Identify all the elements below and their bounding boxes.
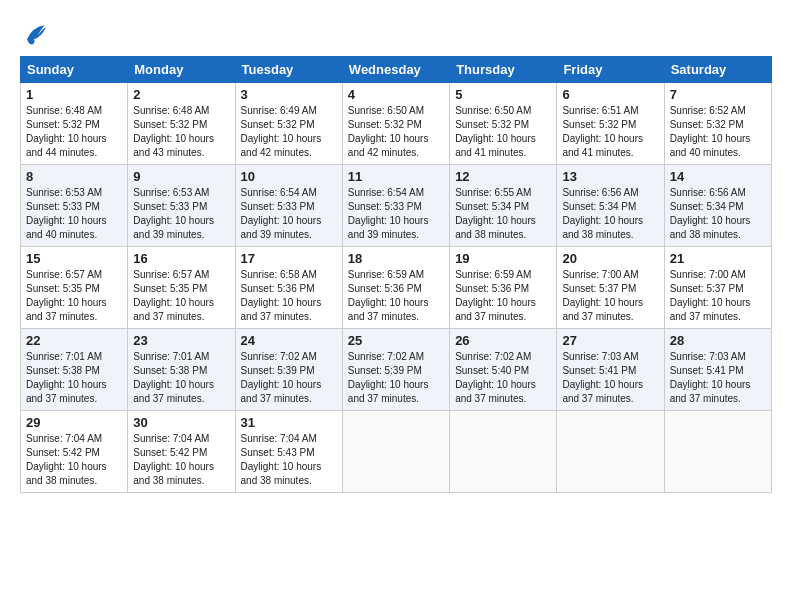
calendar-cell: 31Sunrise: 7:04 AMSunset: 5:43 PMDayligh… [235, 411, 342, 493]
day-number: 9 [133, 169, 229, 184]
weekday-header-row: SundayMondayTuesdayWednesdayThursdayFrid… [21, 57, 772, 83]
day-info: Sunrise: 7:02 AMSunset: 5:39 PMDaylight:… [348, 350, 444, 406]
day-number: 17 [241, 251, 337, 266]
day-number: 20 [562, 251, 658, 266]
day-number: 25 [348, 333, 444, 348]
day-number: 11 [348, 169, 444, 184]
day-info: Sunrise: 6:58 AMSunset: 5:36 PMDaylight:… [241, 268, 337, 324]
day-number: 12 [455, 169, 551, 184]
calendar-cell: 28Sunrise: 7:03 AMSunset: 5:41 PMDayligh… [664, 329, 771, 411]
day-number: 22 [26, 333, 122, 348]
day-number: 27 [562, 333, 658, 348]
day-info: Sunrise: 7:04 AMSunset: 5:43 PMDaylight:… [241, 432, 337, 488]
day-info: Sunrise: 6:56 AMSunset: 5:34 PMDaylight:… [670, 186, 766, 242]
calendar-cell: 11Sunrise: 6:54 AMSunset: 5:33 PMDayligh… [342, 165, 449, 247]
day-number: 1 [26, 87, 122, 102]
calendar-cell: 18Sunrise: 6:59 AMSunset: 5:36 PMDayligh… [342, 247, 449, 329]
day-info: Sunrise: 7:03 AMSunset: 5:41 PMDaylight:… [562, 350, 658, 406]
day-number: 15 [26, 251, 122, 266]
day-number: 13 [562, 169, 658, 184]
calendar-cell: 15Sunrise: 6:57 AMSunset: 5:35 PMDayligh… [21, 247, 128, 329]
day-info: Sunrise: 7:02 AMSunset: 5:40 PMDaylight:… [455, 350, 551, 406]
calendar-cell: 23Sunrise: 7:01 AMSunset: 5:38 PMDayligh… [128, 329, 235, 411]
day-info: Sunrise: 6:54 AMSunset: 5:33 PMDaylight:… [348, 186, 444, 242]
calendar-cell: 10Sunrise: 6:54 AMSunset: 5:33 PMDayligh… [235, 165, 342, 247]
calendar-week-row: 22Sunrise: 7:01 AMSunset: 5:38 PMDayligh… [21, 329, 772, 411]
calendar-cell [450, 411, 557, 493]
calendar-cell: 20Sunrise: 7:00 AMSunset: 5:37 PMDayligh… [557, 247, 664, 329]
calendar-cell: 12Sunrise: 6:55 AMSunset: 5:34 PMDayligh… [450, 165, 557, 247]
calendar-cell: 26Sunrise: 7:02 AMSunset: 5:40 PMDayligh… [450, 329, 557, 411]
weekday-header-tuesday: Tuesday [235, 57, 342, 83]
day-number: 26 [455, 333, 551, 348]
calendar-cell [342, 411, 449, 493]
day-number: 6 [562, 87, 658, 102]
calendar-cell: 8Sunrise: 6:53 AMSunset: 5:33 PMDaylight… [21, 165, 128, 247]
day-info: Sunrise: 6:48 AMSunset: 5:32 PMDaylight:… [133, 104, 229, 160]
calendar-cell: 22Sunrise: 7:01 AMSunset: 5:38 PMDayligh… [21, 329, 128, 411]
day-number: 7 [670, 87, 766, 102]
calendar-cell: 27Sunrise: 7:03 AMSunset: 5:41 PMDayligh… [557, 329, 664, 411]
calendar-cell: 4Sunrise: 6:50 AMSunset: 5:32 PMDaylight… [342, 83, 449, 165]
calendar-cell [557, 411, 664, 493]
calendar-cell: 1Sunrise: 6:48 AMSunset: 5:32 PMDaylight… [21, 83, 128, 165]
page-header [20, 20, 772, 48]
calendar-week-row: 29Sunrise: 7:04 AMSunset: 5:42 PMDayligh… [21, 411, 772, 493]
day-info: Sunrise: 6:56 AMSunset: 5:34 PMDaylight:… [562, 186, 658, 242]
day-info: Sunrise: 6:52 AMSunset: 5:32 PMDaylight:… [670, 104, 766, 160]
day-info: Sunrise: 6:59 AMSunset: 5:36 PMDaylight:… [348, 268, 444, 324]
day-info: Sunrise: 7:00 AMSunset: 5:37 PMDaylight:… [562, 268, 658, 324]
calendar-week-row: 15Sunrise: 6:57 AMSunset: 5:35 PMDayligh… [21, 247, 772, 329]
day-info: Sunrise: 6:54 AMSunset: 5:33 PMDaylight:… [241, 186, 337, 242]
day-info: Sunrise: 6:53 AMSunset: 5:33 PMDaylight:… [26, 186, 122, 242]
day-info: Sunrise: 6:48 AMSunset: 5:32 PMDaylight:… [26, 104, 122, 160]
calendar-cell: 13Sunrise: 6:56 AMSunset: 5:34 PMDayligh… [557, 165, 664, 247]
day-info: Sunrise: 7:01 AMSunset: 5:38 PMDaylight:… [133, 350, 229, 406]
day-number: 4 [348, 87, 444, 102]
day-number: 30 [133, 415, 229, 430]
calendar-table: SundayMondayTuesdayWednesdayThursdayFrid… [20, 56, 772, 493]
day-info: Sunrise: 6:55 AMSunset: 5:34 PMDaylight:… [455, 186, 551, 242]
day-number: 5 [455, 87, 551, 102]
day-info: Sunrise: 7:04 AMSunset: 5:42 PMDaylight:… [26, 432, 122, 488]
calendar-cell: 17Sunrise: 6:58 AMSunset: 5:36 PMDayligh… [235, 247, 342, 329]
day-number: 3 [241, 87, 337, 102]
day-info: Sunrise: 6:49 AMSunset: 5:32 PMDaylight:… [241, 104, 337, 160]
day-number: 28 [670, 333, 766, 348]
day-info: Sunrise: 6:57 AMSunset: 5:35 PMDaylight:… [133, 268, 229, 324]
weekday-header-saturday: Saturday [664, 57, 771, 83]
day-number: 8 [26, 169, 122, 184]
calendar-cell: 24Sunrise: 7:02 AMSunset: 5:39 PMDayligh… [235, 329, 342, 411]
calendar-cell: 9Sunrise: 6:53 AMSunset: 5:33 PMDaylight… [128, 165, 235, 247]
calendar-week-row: 1Sunrise: 6:48 AMSunset: 5:32 PMDaylight… [21, 83, 772, 165]
day-number: 16 [133, 251, 229, 266]
day-info: Sunrise: 6:53 AMSunset: 5:33 PMDaylight:… [133, 186, 229, 242]
logo-bird-icon [20, 20, 48, 48]
day-number: 2 [133, 87, 229, 102]
day-info: Sunrise: 7:00 AMSunset: 5:37 PMDaylight:… [670, 268, 766, 324]
calendar-cell: 29Sunrise: 7:04 AMSunset: 5:42 PMDayligh… [21, 411, 128, 493]
day-info: Sunrise: 6:59 AMSunset: 5:36 PMDaylight:… [455, 268, 551, 324]
day-number: 18 [348, 251, 444, 266]
calendar-cell: 7Sunrise: 6:52 AMSunset: 5:32 PMDaylight… [664, 83, 771, 165]
day-info: Sunrise: 6:50 AMSunset: 5:32 PMDaylight:… [348, 104, 444, 160]
calendar-cell: 21Sunrise: 7:00 AMSunset: 5:37 PMDayligh… [664, 247, 771, 329]
day-info: Sunrise: 6:50 AMSunset: 5:32 PMDaylight:… [455, 104, 551, 160]
logo [20, 20, 52, 48]
weekday-header-friday: Friday [557, 57, 664, 83]
calendar-cell: 2Sunrise: 6:48 AMSunset: 5:32 PMDaylight… [128, 83, 235, 165]
day-info: Sunrise: 7:03 AMSunset: 5:41 PMDaylight:… [670, 350, 766, 406]
weekday-header-thursday: Thursday [450, 57, 557, 83]
day-number: 31 [241, 415, 337, 430]
day-info: Sunrise: 7:02 AMSunset: 5:39 PMDaylight:… [241, 350, 337, 406]
day-number: 19 [455, 251, 551, 266]
day-info: Sunrise: 6:51 AMSunset: 5:32 PMDaylight:… [562, 104, 658, 160]
day-number: 21 [670, 251, 766, 266]
day-number: 24 [241, 333, 337, 348]
calendar-cell: 19Sunrise: 6:59 AMSunset: 5:36 PMDayligh… [450, 247, 557, 329]
calendar-cell: 16Sunrise: 6:57 AMSunset: 5:35 PMDayligh… [128, 247, 235, 329]
calendar-cell: 5Sunrise: 6:50 AMSunset: 5:32 PMDaylight… [450, 83, 557, 165]
weekday-header-wednesday: Wednesday [342, 57, 449, 83]
day-info: Sunrise: 7:04 AMSunset: 5:42 PMDaylight:… [133, 432, 229, 488]
calendar-cell [664, 411, 771, 493]
